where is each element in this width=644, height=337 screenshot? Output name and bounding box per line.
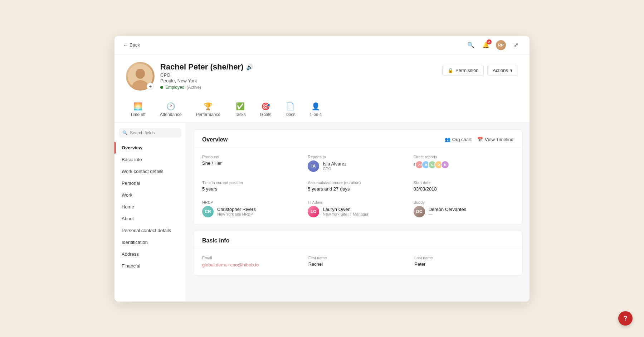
lauryn-owen-sub: New York Site IT Manager [323, 212, 369, 216]
sidebar-item-overview-label: Overview [122, 145, 142, 150]
field-buddy: Buddy DC Dereon Cervantes — [414, 200, 513, 217]
last-name-value: Peter [414, 261, 513, 267]
org-chart-button[interactable]: 👥 Org chart [445, 137, 472, 142]
sidebar-item-identification[interactable]: Identification [114, 236, 186, 248]
tab-attendance[interactable]: 🕐 Attendance [153, 99, 189, 122]
profile-name: Rachel Peter (she/her) 🔊 [160, 62, 253, 72]
start-date-label: Start date [414, 180, 513, 185]
sidebar-item-home-label: Home [122, 204, 134, 210]
first-name-label: First name [308, 256, 408, 260]
sidebar: 🔍 Overview Basic info Work contact detai… [114, 122, 186, 302]
profile-status: Employed (Active) [160, 85, 253, 90]
report-avatar-5: E [441, 160, 449, 169]
field-tenure: Accumulated tenure (duration) 5 years an… [308, 180, 408, 192]
profile-name-text: Rachel Peter (she/her) [160, 62, 243, 72]
profile-header: + Rachel Peter (she/her) 🔊 CPO People, N… [114, 55, 530, 96]
sidebar-search-input[interactable] [130, 130, 178, 135]
profile-left: + Rachel Peter (she/her) 🔊 CPO People, N… [126, 62, 253, 91]
buddy-label: Buddy [414, 200, 513, 204]
start-date-value: 03/03/2018 [414, 186, 513, 192]
first-name-value: Rachel [308, 261, 408, 267]
sidebar-item-about-label: About [122, 216, 134, 221]
tab-1on1-label: 1-on-1 [310, 112, 322, 117]
sidebar-item-basic-info-label: Basic info [122, 157, 142, 162]
status-active-label: (Active) [186, 85, 201, 90]
sidebar-search: 🔍 [119, 128, 181, 138]
time-in-position-label: Time in current position [202, 180, 302, 185]
hrbp-person: CR Christopher Rivers New York site HRBP [202, 206, 302, 217]
sidebar-item-home[interactable]: Home [114, 201, 186, 213]
overview-card: Overview 👥 Org chart 📅 View Timeline [193, 130, 522, 225]
permission-button[interactable]: 🔒 Permission [442, 65, 484, 76]
it-admin-person: LO Lauryn Owen New York Site IT Manager [308, 206, 408, 217]
isla-alvarez-title: CEO [323, 167, 346, 171]
sidebar-item-address-label: Address [122, 251, 139, 257]
sidebar-item-financial[interactable]: Financial [114, 260, 186, 272]
field-start-date: Start date 03/03/2018 [414, 180, 513, 192]
goals-icon: 🎯 [261, 102, 270, 111]
content-area: Overview 👥 Org chart 📅 View Timeline [186, 122, 530, 302]
basic-info-grid: Email global.demo+cpo@hibob.io First nam… [202, 256, 513, 268]
help-button[interactable]: ? [618, 311, 633, 326]
dereon-cervantes-info: Dereon Cervantes — [429, 207, 467, 216]
back-button[interactable]: ← Back [123, 42, 140, 48]
search-icon[interactable]: 🔍 [466, 40, 476, 50]
christopher-rivers-sub: New York site HRBP [217, 212, 256, 216]
overview-grid: Pronouns She / Her Reports to IA Isla Al… [202, 155, 513, 217]
tab-timeoff[interactable]: 🌅 Time off [123, 99, 153, 122]
hrbp-label: HRBP [202, 200, 302, 204]
field-hrbp: HRBP CR Christopher Rivers New York site… [202, 200, 302, 217]
lock-icon: 🔒 [448, 68, 453, 73]
sidebar-item-work-contact[interactable]: Work contact details [114, 165, 186, 177]
sidebar-search-icon: 🔍 [122, 130, 128, 135]
actions-label: Actions [493, 68, 508, 73]
tab-tasks[interactable]: ✅ Tasks [228, 99, 253, 122]
tab-goals[interactable]: 🎯 Goals [253, 99, 278, 122]
actions-button[interactable]: Actions ▾ [487, 65, 518, 76]
lauryn-owen-name: Lauryn Owen [323, 207, 369, 212]
view-timeline-button[interactable]: 📅 View Timeline [477, 137, 513, 142]
sidebar-item-personal-contact[interactable]: Personal contact details [114, 225, 186, 236]
field-first-name: First name Rachel [308, 256, 408, 268]
back-arrow-icon: ← [123, 42, 128, 48]
field-time-in-position: Time in current position 5 years [202, 180, 302, 192]
overview-card-actions: 👥 Org chart 📅 View Timeline [445, 137, 513, 142]
user-avatar-top[interactable]: RP [496, 40, 506, 50]
sidebar-item-basic-info[interactable]: Basic info [114, 154, 186, 165]
christopher-rivers-info: Christopher Rivers New York site HRBP [217, 207, 256, 216]
profile-title: CPO [160, 72, 253, 78]
reports-to-person: IA Isla Alvarez CEO [308, 160, 408, 172]
reports-to-label: Reports to [308, 155, 408, 159]
tab-performance[interactable]: 🏆 Performance [189, 99, 228, 122]
sidebar-item-overview[interactable]: Overview [114, 142, 186, 154]
overview-card-title: Overview [202, 136, 228, 143]
svg-point-1 [136, 69, 145, 79]
sidebar-item-address[interactable]: Address [114, 248, 186, 260]
sidebar-item-work[interactable]: Work [114, 189, 186, 201]
tab-1on1[interactable]: 👤 1-on-1 [303, 99, 330, 122]
notification-icon[interactable]: 🔔 2 [481, 40, 491, 50]
tab-docs[interactable]: 📄 Docs [278, 99, 302, 122]
attendance-icon: 🕐 [166, 102, 175, 111]
it-admin-label: IT Admin [308, 200, 408, 204]
timeline-icon: 📅 [477, 137, 483, 142]
last-name-label: Last name [414, 256, 513, 260]
lauryn-owen-avatar: LO [308, 206, 319, 217]
back-label: Back [130, 42, 140, 48]
performance-icon: 🏆 [204, 102, 213, 111]
lauryn-owen-info: Lauryn Owen New York Site IT Manager [323, 207, 369, 216]
tab-performance-label: Performance [196, 112, 220, 117]
status-dot-employed [160, 86, 163, 89]
avatar-plus-button[interactable]: + [147, 83, 154, 90]
sidebar-item-about[interactable]: About [114, 213, 186, 225]
sound-icon[interactable]: 🔊 [246, 64, 253, 71]
isla-alvarez-avatar: IA [308, 160, 319, 172]
email-value[interactable]: global.demo+cpo@hibob.io [202, 262, 259, 268]
notification-badge: 2 [487, 39, 492, 44]
tenure-value: 5 years and 27 days [308, 186, 408, 192]
basic-info-card-header: Basic info [194, 231, 522, 249]
expand-icon[interactable]: ⤢ [511, 40, 521, 50]
sidebar-item-personal[interactable]: Personal [114, 177, 186, 189]
field-it-admin: IT Admin LO Lauryn Owen New York Site IT… [308, 200, 408, 217]
field-reports-to: Reports to IA Isla Alvarez CEO [308, 155, 408, 172]
